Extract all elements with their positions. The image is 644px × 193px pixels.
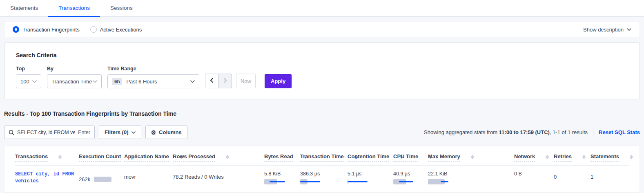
sort-icon[interactable] xyxy=(471,155,474,159)
time-range-value: Past 6 Hours xyxy=(126,79,157,85)
column-header-cpu-time: CPU Time xyxy=(393,153,428,162)
cell-application-name: movr xyxy=(124,174,173,185)
cell-transaction-fingerprint: SELECT city, id FROMvehicles xyxy=(15,171,79,185)
stats-time-range: 11:00 to 17:59 (UTC) xyxy=(499,129,550,135)
time-range-badge: 6h xyxy=(112,78,122,85)
by-label: By xyxy=(47,66,102,72)
by-select[interactable]: Transaction Time xyxy=(47,74,102,88)
apply-button[interactable]: Apply xyxy=(265,74,292,88)
cell-retries: 0 xyxy=(554,174,591,185)
transactions-table: Transactions Execution Count Application… xyxy=(4,146,640,193)
max-memory-bar xyxy=(428,179,450,184)
transaction-fingerprint-link[interactable]: SELECT city, id FROMvehicles xyxy=(15,171,79,185)
time-range-select[interactable]: 6h Past 6 Hours xyxy=(107,74,199,88)
column-header-transactions: Transactions xyxy=(15,153,79,162)
view-toggle-card: Transaction Fingerprints Active Executio… xyxy=(4,22,640,37)
column-header-execution-count: Execution Count xyxy=(79,153,124,162)
search-criteria-fields: Top 100 By Transaction Time Time Range 6… xyxy=(16,66,628,88)
contention-time-bar xyxy=(348,179,370,184)
vertical-divider xyxy=(593,127,593,138)
table-header-row: Transactions Execution Count Application… xyxy=(15,146,629,166)
by-field: By Transaction Time xyxy=(47,66,102,88)
table-row: SELECT city, id FROMvehicles 262k movr 7… xyxy=(15,166,629,192)
chevron-down-icon xyxy=(131,131,136,134)
sort-icon[interactable] xyxy=(546,155,549,159)
column-header-bytes-read: Bytes Read xyxy=(264,153,300,162)
cell-cpu-time: 40.9 µs xyxy=(393,171,428,185)
tab-transactions[interactable]: Transactions xyxy=(48,0,100,17)
filters-label: Filters (0) xyxy=(105,129,129,135)
time-window-pager xyxy=(205,74,232,88)
search-criteria-card: Search Criteria Top 100 By Transaction T… xyxy=(4,43,640,99)
results-heading: Results - Top 100 Transaction Fingerprin… xyxy=(4,110,640,117)
execution-count-bar xyxy=(94,177,116,182)
column-header-transaction-time: Transaction Time xyxy=(300,153,348,162)
search-icon xyxy=(9,130,14,135)
tab-statements[interactable]: Statements xyxy=(0,0,48,17)
search-input[interactable] xyxy=(17,130,75,135)
time-range-field: Time Range 6h Past 6 Hours xyxy=(107,66,199,88)
column-header-application-name: Application Name xyxy=(124,153,173,162)
radio-unselected-icon xyxy=(90,26,97,33)
radio-active-executions[interactable]: Active Executions xyxy=(90,26,142,33)
tab-sessions[interactable]: Sessions xyxy=(100,0,143,17)
column-header-max-memory: Max Memory xyxy=(428,153,514,162)
cell-execution-count: 262k xyxy=(79,174,124,185)
page-tabs: Statements Transactions Sessions xyxy=(0,0,644,17)
show-description-label: Show description xyxy=(583,27,624,33)
column-header-network: Network xyxy=(514,153,554,162)
chevron-down-icon xyxy=(190,80,195,83)
transaction-time-bar xyxy=(300,179,322,184)
radio-label: Active Executions xyxy=(100,27,142,33)
show-description-toggle[interactable]: Show description xyxy=(583,27,631,33)
columns-button[interactable]: ⚙ Columns xyxy=(145,126,187,139)
results-toolbar: Enter Filters (0) ⚙ Columns Showing aggr… xyxy=(4,126,640,139)
cell-transaction-time: 386.3 µs xyxy=(300,171,348,185)
cell-network: 0 B xyxy=(514,171,554,185)
sort-icon[interactable] xyxy=(226,155,229,159)
chevron-down-icon xyxy=(32,80,37,83)
sort-icon[interactable] xyxy=(582,155,586,159)
filters-button[interactable]: Filters (0) xyxy=(99,126,141,139)
cell-bytes-read: 5.8 KiB xyxy=(264,171,300,185)
chevron-left-icon xyxy=(209,78,214,84)
radio-transaction-fingerprints[interactable]: Transaction Fingerprints xyxy=(13,26,80,33)
chevron-down-icon xyxy=(93,80,97,83)
columns-label: Columns xyxy=(159,129,182,135)
chevron-down-icon xyxy=(627,28,631,31)
top-label: Top xyxy=(16,66,41,72)
column-header-retries: Retries xyxy=(554,153,591,162)
chevron-right-icon xyxy=(223,78,227,84)
column-header-contention-time: Contention Time xyxy=(348,153,393,162)
previous-time-window-button[interactable] xyxy=(205,74,218,88)
time-range-label: Time Range xyxy=(107,66,199,72)
by-select-value: Transaction Time xyxy=(51,79,92,85)
aggregated-stats-text: Showing aggregated stats from 11:00 to 1… xyxy=(424,129,588,135)
next-time-window-button[interactable] xyxy=(218,74,232,88)
cell-rows-processed: 78.2 Reads / 0 Writes xyxy=(173,174,264,185)
top-field: Top 100 xyxy=(16,66,41,88)
column-header-statements: Statements xyxy=(591,153,633,162)
column-header-rows-processed: Rows Processed xyxy=(173,153,264,162)
sort-icon[interactable] xyxy=(58,155,62,159)
gear-icon: ⚙ xyxy=(151,130,156,135)
reset-sql-stats-link[interactable]: Reset SQL Stats xyxy=(599,129,640,135)
cpu-time-bar xyxy=(393,179,415,184)
enter-hint: Enter xyxy=(78,130,90,135)
search-criteria-title: Search Criteria xyxy=(16,52,628,58)
now-button[interactable]: Now xyxy=(236,74,256,88)
top-select-value: 100 xyxy=(20,79,29,85)
toolbar-right: Showing aggregated stats from 11:00 to 1… xyxy=(424,127,640,138)
top-select[interactable]: 100 xyxy=(16,74,41,88)
sort-icon[interactable] xyxy=(630,155,633,159)
bytes-read-bar xyxy=(264,179,286,184)
search-box[interactable]: Enter xyxy=(4,126,95,139)
cell-statements: 1 xyxy=(591,174,629,185)
radio-selected-icon xyxy=(13,26,19,33)
cell-contention-time: 5.1 µs xyxy=(348,171,393,185)
cell-max-memory: 22.1 KiB xyxy=(428,171,514,185)
view-mode-radio-group: Transaction Fingerprints Active Executio… xyxy=(13,26,142,33)
radio-label: Transaction Fingerprints xyxy=(22,27,80,33)
